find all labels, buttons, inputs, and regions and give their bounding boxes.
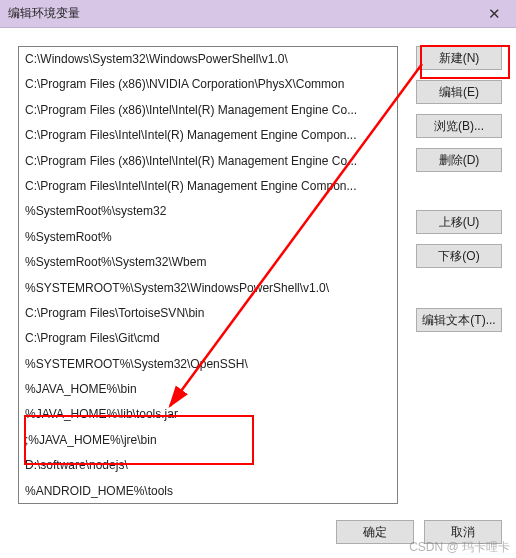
list-item[interactable]: %SystemRoot%	[19, 225, 397, 250]
list-item[interactable]: ;%JAVA_HOME%\jre\bin	[19, 428, 397, 453]
delete-button[interactable]: 删除(D)	[416, 148, 502, 172]
list-item[interactable]: %SYSTEMROOT%\System32\WindowsPowerShell\…	[19, 276, 397, 301]
list-item[interactable]: D:\software\nodejs\	[19, 453, 397, 478]
cancel-button[interactable]: 取消	[424, 520, 502, 544]
list-item[interactable]: %SYSTEMROOT%\System32\OpenSSH\	[19, 352, 397, 377]
new-button[interactable]: 新建(N)	[416, 46, 502, 70]
env-var-listbox[interactable]: C:\Windows\System32\WindowsPowerShell\v1…	[18, 46, 398, 504]
list-item[interactable]: C:\Program Files (x86)\Intel\Intel(R) Ma…	[19, 149, 397, 174]
list-item[interactable]: %JAVA_HOME%\bin	[19, 377, 397, 402]
dialog-footer: 确定 取消	[336, 520, 502, 544]
list-item[interactable]: C:\Program Files (x86)\NVIDIA Corporatio…	[19, 72, 397, 97]
close-button[interactable]: ✕	[472, 0, 516, 28]
list-item[interactable]: C:\Windows\System32\WindowsPowerShell\v1…	[19, 47, 397, 72]
list-item[interactable]: %ANDROID_HOME%\tools	[19, 479, 397, 504]
move-up-button[interactable]: 上移(U)	[416, 210, 502, 234]
dialog-content: C:\Windows\System32\WindowsPowerShell\v1…	[0, 28, 516, 558]
list-item[interactable]: C:\Program Files (x86)\Intel\Intel(R) Ma…	[19, 98, 397, 123]
edit-button[interactable]: 编辑(E)	[416, 80, 502, 104]
button-column: 新建(N) 编辑(E) 浏览(B)... 删除(D) 上移(U) 下移(O) 编…	[416, 46, 502, 504]
list-item[interactable]: %JAVA_HOME%\lib\tools.jar	[19, 402, 397, 427]
list-item[interactable]: C:\Program Files\Intel\Intel(R) Manageme…	[19, 174, 397, 199]
close-icon: ✕	[488, 5, 501, 23]
list-item[interactable]: C:\Program Files\Git\cmd	[19, 326, 397, 351]
list-item[interactable]: %SystemRoot%\System32\Wbem	[19, 250, 397, 275]
list-item[interactable]: C:\Program Files\Intel\Intel(R) Manageme…	[19, 123, 397, 148]
ok-button[interactable]: 确定	[336, 520, 414, 544]
edit-text-button[interactable]: 编辑文本(T)...	[416, 308, 502, 332]
titlebar: 编辑环境变量 ✕	[0, 0, 516, 28]
browse-button[interactable]: 浏览(B)...	[416, 114, 502, 138]
list-item[interactable]: %SystemRoot%\system32	[19, 199, 397, 224]
move-down-button[interactable]: 下移(O)	[416, 244, 502, 268]
list-item[interactable]: C:\Program Files\TortoiseSVN\bin	[19, 301, 397, 326]
window-title: 编辑环境变量	[8, 5, 80, 22]
